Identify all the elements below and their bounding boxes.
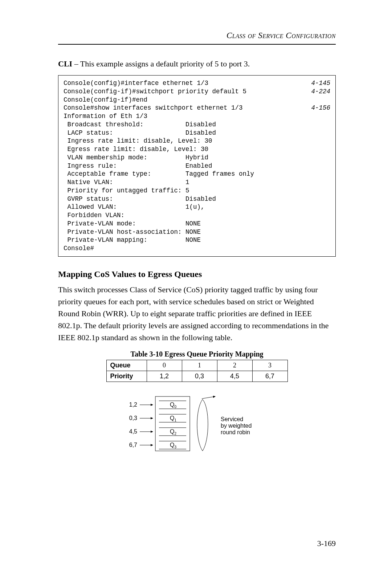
cli-text: Console# <box>64 244 94 253</box>
cli-line: Console(config-if)#end <box>64 96 330 104</box>
cli-intro-rest: – This example assigns a default priorit… <box>72 59 250 68</box>
cli-line: Forbidden VLAN: <box>64 211 330 220</box>
table-cell: 4,5 <box>217 371 252 382</box>
cli-line: Private-VLAN mapping: NONE <box>64 236 330 244</box>
cli-line: VLAN membership mode: Hybrid <box>64 154 330 162</box>
section-paragraph: This switch processes Class of Service (… <box>58 284 336 343</box>
table-cell: 0,3 <box>182 371 217 382</box>
cli-text: Ingress rate limit: disable, Level: 30 <box>64 137 212 145</box>
diagram-caption: Serviced by weighted round robin <box>221 416 253 435</box>
cli-text: Broadcast threshold: Disabled <box>64 121 216 129</box>
cli-text: Forbidden VLAN: <box>64 211 185 220</box>
cli-line: Allowed VLAN: 1(u), <box>64 203 330 211</box>
cli-line: LACP status: Disabled <box>64 129 330 137</box>
table-cell: 0 <box>147 360 182 371</box>
cli-text: Console(config-if)#switchport priority d… <box>64 87 246 96</box>
cli-page-ref: 4-224 <box>304 87 330 96</box>
diagram-input: 4,5 <box>129 428 137 435</box>
cli-line: Egress rate limit: disable, Level: 30 <box>64 145 330 154</box>
diagram-queue-label: Q2 <box>170 428 176 436</box>
cli-line: Private-VLAN host-association: NONE <box>64 228 330 236</box>
cli-intro-lead: CLI <box>58 59 72 68</box>
cli-line: Console# <box>64 244 330 253</box>
table-row: Priority 1,2 0,3 4,5 6,7 <box>106 371 287 382</box>
header-rule <box>58 44 336 45</box>
cli-line: Console#show interfaces switchport ether… <box>64 104 330 112</box>
cli-text: LACP status: Disabled <box>64 129 216 137</box>
cli-text: VLAN membership mode: Hybrid <box>64 154 208 162</box>
diagram-queue-label: Q0 <box>170 402 176 409</box>
cli-text: GVRP status: Disabled <box>64 195 216 203</box>
svg-line-13 <box>202 396 215 399</box>
cli-line: Native VLAN: 1 <box>64 178 330 187</box>
cli-line: GVRP status: Disabled <box>64 195 330 203</box>
queue-diagram-svg: 1,2 Q0 0,3 Q1 4,5 Q2 6,7 <box>117 393 277 458</box>
page: Class of Service Configuration CLI – Thi… <box>0 0 392 570</box>
cli-text: Console(config-if)#end <box>64 96 147 104</box>
diagram-input: 6,7 <box>129 442 137 448</box>
row-label: Queue <box>106 360 147 371</box>
cli-text: Acceptable frame type: Tagged frames onl… <box>64 170 254 178</box>
cli-intro: CLI – This example assigns a default pri… <box>58 59 336 69</box>
row-label: Priority <box>106 371 147 382</box>
cli-line: Private-VLAN mode: NONE <box>64 220 330 228</box>
diagram-input: 1,2 <box>129 402 137 408</box>
diagram-queue-label: Q1 <box>170 415 176 422</box>
table-cell: 2 <box>217 360 252 371</box>
cli-line: Ingress rule: Enabled <box>64 162 330 170</box>
egress-table: Queue 0 1 2 3 Priority 1,2 0,3 4,5 6,7 <box>106 360 288 382</box>
queue-diagram: 1,2 Q0 0,3 Q1 4,5 Q2 6,7 <box>58 393 336 460</box>
cli-line: Ingress rate limit: disable, Level: 30 <box>64 137 330 145</box>
cli-line: Information of Eth 1/3 <box>64 112 330 121</box>
cli-text: Native VLAN: 1 <box>64 178 189 187</box>
cli-line: Console(config-if)#switchport priority d… <box>64 87 330 96</box>
cli-line: Broadcast threshold: Disabled <box>64 121 330 129</box>
table-cell: 1 <box>182 360 217 371</box>
cli-page-ref: 4-145 <box>304 79 330 87</box>
cli-line: Console(config)#interface ethernet 1/34-… <box>64 79 330 87</box>
section-heading: Mapping CoS Values to Egress Queues <box>58 269 336 279</box>
page-number: 3-169 <box>317 539 336 548</box>
cli-text: Information of Eth 1/3 <box>64 112 147 121</box>
cli-line: Priority for untagged traffic: 5 <box>64 187 330 195</box>
cli-text: Console(config)#interface ethernet 1/3 <box>64 79 208 87</box>
running-head: Class of Service Configuration <box>58 31 336 40</box>
diagram-input: 0,3 <box>129 415 137 421</box>
cli-text: Priority for untagged traffic: 5 <box>64 187 189 195</box>
table-cell: 3 <box>252 360 287 371</box>
cli-text: Private-VLAN mode: NONE <box>64 220 201 228</box>
diagram-queue-label: Q3 <box>170 442 176 449</box>
cli-text: Egress rate limit: disable, Level: 30 <box>64 145 208 154</box>
cli-line: Acceptable frame type: Tagged frames onl… <box>64 170 330 178</box>
table-caption: Table 3-10 Egress Queue Priority Mapping <box>58 350 336 358</box>
cli-page-ref: 4-156 <box>304 104 330 112</box>
table-row: Queue 0 1 2 3 <box>106 360 287 371</box>
cli-text: Allowed VLAN: 1(u), <box>64 203 205 211</box>
cli-output-box: Console(config)#interface ethernet 1/34-… <box>58 75 336 257</box>
cli-text: Private-VLAN host-association: NONE <box>64 228 201 236</box>
cli-text: Console#show interfaces switchport ether… <box>64 104 243 112</box>
cli-text: Ingress rule: Enabled <box>64 162 212 170</box>
table-cell: 1,2 <box>147 371 182 382</box>
cli-text: Private-VLAN mapping: NONE <box>64 236 201 244</box>
table-cell: 6,7 <box>252 371 287 382</box>
